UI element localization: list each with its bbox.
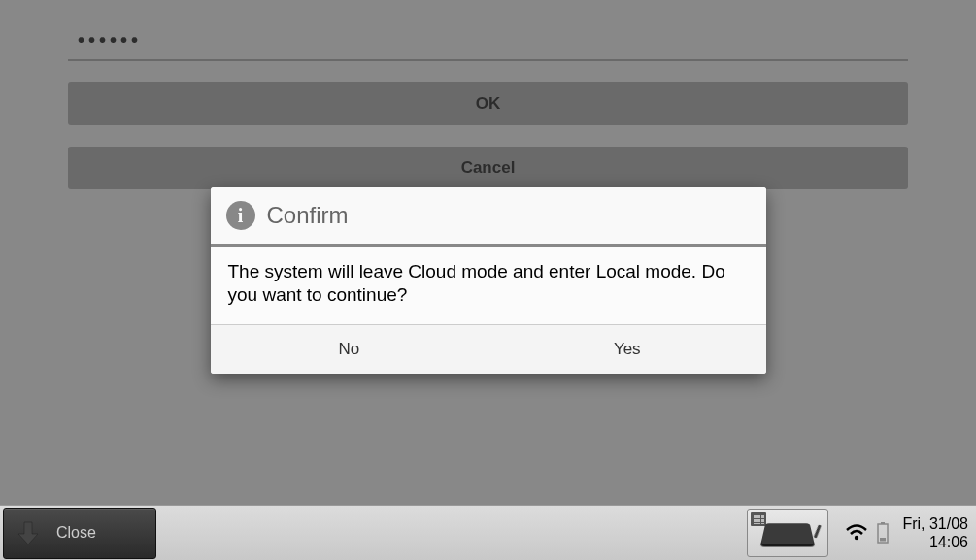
dialog-message: The system will leave Cloud mode and ent… xyxy=(211,247,766,324)
dialog-title: Confirm xyxy=(267,202,349,229)
svg-rect-3 xyxy=(880,538,886,542)
tablet-icon xyxy=(761,523,815,544)
dialog-header: i Confirm xyxy=(211,187,766,247)
wifi-icon xyxy=(846,524,867,542)
tablet-tile[interactable] xyxy=(747,509,828,557)
date-text: Fri, 31/08 xyxy=(902,514,968,533)
yes-button[interactable]: Yes xyxy=(488,325,766,374)
confirm-dialog: i Confirm The system will leave Cloud mo… xyxy=(211,187,766,374)
close-button[interactable]: Close xyxy=(3,508,156,559)
datetime: Fri, 31/08 14:06 xyxy=(902,514,968,551)
dialog-button-row: No Yes xyxy=(211,324,766,374)
svg-point-0 xyxy=(855,536,858,540)
taskbar: Close Fri, 31/08 14:06 xyxy=(0,505,976,560)
no-button[interactable]: No xyxy=(211,325,489,374)
battery-icon xyxy=(877,522,889,544)
down-arrow-icon xyxy=(14,518,43,547)
time-text: 14:06 xyxy=(902,533,968,551)
close-button-label: Close xyxy=(56,524,96,542)
info-icon: i xyxy=(226,201,255,230)
status-icons xyxy=(846,522,889,544)
grid-icon xyxy=(751,512,766,526)
